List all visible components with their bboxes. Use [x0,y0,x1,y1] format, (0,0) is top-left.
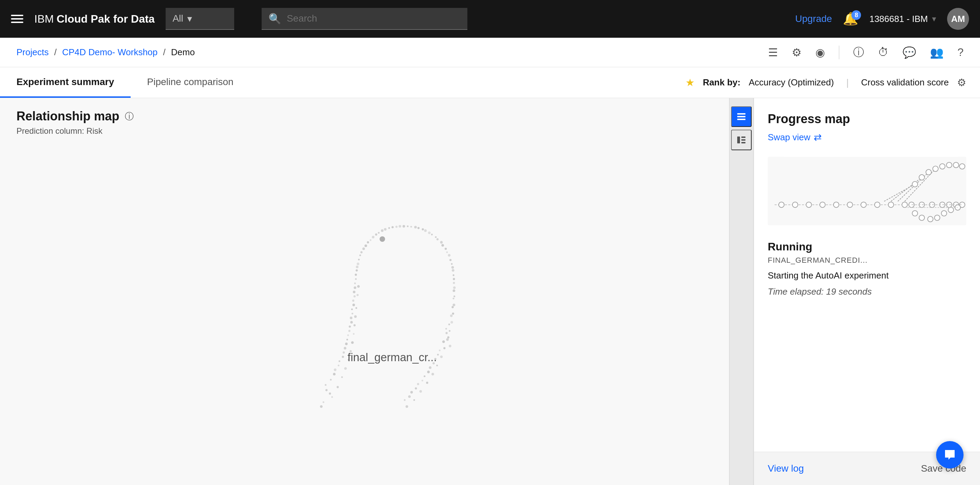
svg-point-33 [451,263,453,265]
svg-point-163 [919,215,924,220]
svg-point-86 [453,282,455,284]
rel-map-header: Relationship map ⓘ Prediction column: Ri… [0,98,729,139]
svg-point-41 [449,330,450,332]
svg-point-42 [446,338,449,341]
chat-icon[interactable]: 💬 [902,46,916,59]
svg-point-13 [354,286,356,289]
help-icon[interactable]: ? [958,46,964,59]
svg-point-85 [453,274,454,276]
svg-rect-128 [741,139,745,140]
svg-point-16 [356,263,360,265]
svg-point-98 [417,383,419,385]
svg-point-76 [410,226,412,228]
tab-pipeline-comparison[interactable]: Pipeline comparison [130,67,250,98]
account-chevron-icon: ▾ [932,14,936,24]
svg-point-164 [928,217,933,222]
settings-icon[interactable]: ⚙ [792,46,802,59]
svg-point-12 [353,295,356,297]
svg-point-88 [453,298,454,300]
svg-point-108 [353,333,355,335]
svg-point-54 [334,369,337,371]
svg-point-137 [847,202,853,207]
upgrade-link[interactable]: Upgrade [795,13,832,24]
right-panel: Progress map Swap view ⇄ [754,98,980,485]
svg-point-45 [436,365,438,366]
svg-point-65 [355,274,357,276]
relationship-map-visualization: final_german_cr... [0,139,729,484]
svg-point-122 [408,395,411,398]
swap-view-link[interactable]: Swap view ⇄ [768,132,966,143]
svg-point-18 [363,248,365,250]
chat-fab-button[interactable] [936,441,964,469]
tab-experiment-summary[interactable]: Experiment summary [0,67,130,98]
svg-point-61 [351,308,353,310]
rank-cv-label[interactable]: Cross validation score [861,77,949,88]
svg-point-138 [861,202,867,207]
svg-point-32 [448,254,450,257]
rank-accuracy[interactable]: Accuracy (Optimized) [749,77,834,88]
swap-icon: ⇄ [814,132,822,143]
svg-point-120 [422,380,423,381]
svg-point-82 [446,251,448,253]
toggle-filter-view-button[interactable] [731,130,752,150]
svg-point-19 [367,241,369,243]
hamburger-menu[interactable] [11,15,23,23]
center-area: Relationship map ⓘ Prediction column: Ri… [0,98,729,485]
svg-point-119 [427,371,430,373]
svg-point-84 [451,266,454,269]
svg-point-71 [375,234,377,236]
svg-point-92 [445,332,447,334]
svg-point-55 [339,360,340,362]
top-navigation: IBM Cloud Pak for Data All ▾ 🔍 Upgrade 🔔… [0,0,980,38]
svg-point-151 [947,162,952,168]
history-icon[interactable]: ⏱ [878,46,889,59]
account-selector[interactable]: 1386681 - IBM ▾ [869,14,936,24]
svg-point-165 [934,215,940,220]
svg-point-110 [354,315,357,318]
rank-settings-icon[interactable]: ⚙ [957,77,966,88]
filter-select[interactable]: All ▾ [165,8,234,30]
right-panel-content: Progress map Swap view ⇄ [754,98,980,452]
svg-point-91 [448,324,450,325]
toggle-list-view-button[interactable] [731,106,752,127]
calendar-icon[interactable]: ☰ [768,46,778,59]
svg-point-102 [337,386,339,388]
svg-point-5 [342,356,344,358]
svg-point-77 [417,227,419,229]
search-area[interactable]: 🔍 [262,8,468,30]
svg-point-74 [395,226,398,228]
info-icon[interactable]: ⓘ [853,45,864,60]
svg-point-116 [449,345,452,348]
svg-point-78 [424,230,427,232]
svg-point-83 [450,259,452,261]
svg-point-58 [347,334,349,336]
svg-point-4 [338,365,339,366]
svg-point-112 [356,294,359,296]
svg-rect-123 [737,113,745,115]
svg-point-10 [352,313,353,314]
svg-point-72 [381,230,384,232]
relationship-map-info-icon[interactable]: ⓘ [125,110,134,123]
target-icon[interactable]: ◉ [815,46,825,59]
breadcrumb-projects[interactable]: Projects [16,47,49,57]
breadcrumb-sep-2: / [163,47,165,57]
svg-point-67 [358,258,360,260]
search-icon: 🔍 [269,13,281,25]
running-section: Running FINAL_GERMAN_CREDI... Starting t… [768,241,966,297]
svg-point-148 [926,169,931,175]
breadcrumb-workshop[interactable]: CP4D Demo- Workshop [62,47,158,57]
svg-point-162 [912,211,918,216]
svg-point-47 [426,382,428,384]
side-toggle-panel [729,98,754,485]
account-label: 1386681 - IBM [869,14,928,24]
search-input[interactable] [287,13,460,24]
notifications-button[interactable]: 🔔 8 [843,12,858,26]
rank-star-icon: ★ [686,77,695,88]
users-icon[interactable]: 👥 [930,46,943,59]
breadcrumb-sep-1: / [54,47,57,57]
svg-point-115 [447,336,449,338]
view-log-button[interactable]: View log [768,463,804,474]
svg-point-37 [453,295,455,297]
user-avatar[interactable]: AM [947,8,969,30]
svg-point-147 [919,175,924,180]
